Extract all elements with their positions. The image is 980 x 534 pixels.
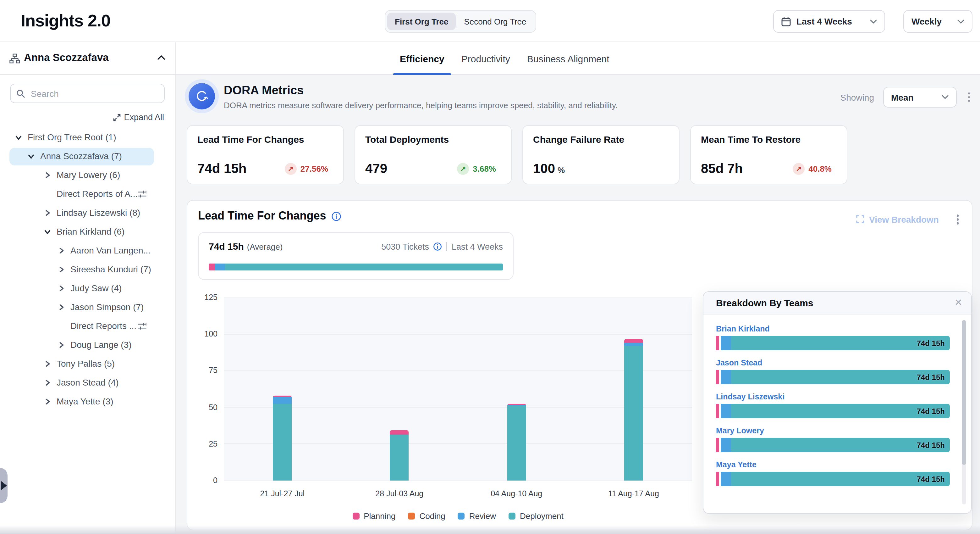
tree-item[interactable]: Jason Simpson (7) bbox=[0, 298, 175, 317]
sidebar-user-name: Anna Scozzafava bbox=[24, 52, 109, 64]
x-tick-label: 04 Aug-10 Aug bbox=[491, 489, 542, 498]
view-breakdown-button[interactable]: View Breakdown bbox=[856, 215, 939, 225]
legend-swatch bbox=[458, 513, 465, 520]
showing-label: Showing bbox=[840, 92, 874, 102]
tree-item[interactable]: Doug Lange (3) bbox=[0, 336, 175, 355]
tree-item[interactable]: Jason Stead (4) bbox=[0, 374, 175, 392]
org-tree: First Org Tree Root (1)Anna Scozzafava (… bbox=[0, 128, 175, 411]
tree-item-label: Direct Reports ... bbox=[70, 321, 137, 331]
team-row: Mary Lowery74d 15h bbox=[716, 426, 950, 452]
x-tick-label: 11 Aug-17 Aug bbox=[608, 489, 659, 498]
date-range-select[interactable]: Last 4 Weeks bbox=[773, 10, 885, 33]
chevron-right-icon[interactable] bbox=[58, 341, 65, 349]
tree-item-label: Tony Pallas (5) bbox=[57, 359, 115, 368]
play-arrow-icon bbox=[1, 481, 7, 490]
bar-segment-deployment bbox=[624, 346, 643, 481]
close-icon[interactable]: ✕ bbox=[955, 297, 963, 308]
chevron-right-icon[interactable] bbox=[44, 398, 51, 405]
tree-item[interactable]: Aaron Van Langen... bbox=[0, 242, 175, 260]
y-tick-label: 25 bbox=[209, 440, 218, 448]
tree-item[interactable]: Direct Reports ... bbox=[0, 317, 175, 336]
org-chart-icon bbox=[10, 53, 20, 64]
gridline bbox=[224, 334, 692, 334]
tree-item[interactable]: Mary Lowery (6) bbox=[0, 166, 175, 185]
tree-item[interactable]: Maya Yette (3) bbox=[0, 392, 175, 411]
chevron-right-icon[interactable] bbox=[58, 266, 65, 273]
dora-title: DORA Metrics bbox=[224, 84, 664, 97]
team-name-link[interactable]: Mary Lowery bbox=[716, 426, 950, 435]
team-name-link[interactable]: Maya Yette bbox=[716, 461, 950, 469]
tree-item[interactable]: First Org Tree Root (1) bbox=[0, 128, 175, 147]
tab-efficiency[interactable]: Efficiency bbox=[399, 42, 445, 75]
y-tick-label: 50 bbox=[209, 403, 218, 412]
chevron-down-icon[interactable] bbox=[15, 134, 22, 141]
team-bar-segment-deployment: 74d 15h bbox=[731, 438, 950, 452]
y-tick-label: 0 bbox=[213, 476, 218, 485]
team-bar-segment-planning bbox=[716, 404, 719, 418]
org-tree-toggle: First Org Tree Second Org Tree bbox=[385, 10, 536, 33]
team-bar-segment-deployment: 74d 15h bbox=[731, 472, 950, 486]
toggle-second-org-tree[interactable]: Second Org Tree bbox=[457, 13, 534, 30]
trend-badge: ↗27.56% bbox=[285, 163, 328, 175]
trend-badge: ↗40.8% bbox=[793, 163, 832, 175]
team-name-link[interactable]: Brian Kirkland bbox=[716, 325, 950, 333]
chevron-up-icon[interactable] bbox=[157, 55, 165, 61]
stacked-bar bbox=[390, 430, 409, 481]
tree-item-label: Aaron Van Langen... bbox=[70, 245, 151, 255]
chevron-down-icon[interactable] bbox=[28, 153, 35, 160]
legend-label: Deployment bbox=[520, 512, 563, 521]
stacked-bar bbox=[624, 340, 643, 481]
trend-delta-value: 3.68% bbox=[473, 164, 496, 173]
team-stacked-bar: 74d 15h bbox=[716, 336, 950, 350]
chevron-right-icon[interactable] bbox=[58, 247, 65, 254]
filter-icon[interactable] bbox=[138, 191, 146, 198]
chevron-right-icon[interactable] bbox=[44, 360, 51, 367]
chevron-right-icon[interactable] bbox=[44, 172, 51, 179]
tree-item[interactable]: Tony Pallas (5) bbox=[0, 355, 175, 374]
chevron-down-icon[interactable] bbox=[44, 228, 51, 235]
y-axis-labels: 0255075100125 bbox=[187, 298, 218, 481]
chevron-down-icon bbox=[958, 19, 964, 24]
tree-item[interactable]: Sireesha Kunduri (7) bbox=[0, 260, 175, 279]
bar-segment-deployment bbox=[273, 404, 292, 481]
metric-value: 85d 7h bbox=[701, 161, 743, 176]
expand-corners-icon bbox=[856, 215, 865, 223]
trend-badge: ↗3.68% bbox=[457, 163, 496, 175]
expand-all-button[interactable]: Expand All bbox=[113, 113, 164, 122]
info-icon[interactable] bbox=[433, 242, 442, 251]
tree-item[interactable]: Judy Saw (4) bbox=[0, 279, 175, 298]
sidebar-search[interactable] bbox=[10, 84, 165, 103]
tree-item[interactable]: Brian Kirkland (6) bbox=[0, 223, 175, 242]
toggle-first-org-tree[interactable]: First Org Tree bbox=[387, 13, 456, 30]
tree-item[interactable]: Anna Scozzafava (7) bbox=[0, 147, 175, 166]
tree-item[interactable]: Direct Reports of A... bbox=[0, 185, 175, 204]
team-bar-segment-planning bbox=[716, 370, 719, 384]
section-kebab-menu-icon[interactable] bbox=[954, 212, 961, 227]
dora-cycle-icon bbox=[189, 83, 215, 110]
tab-productivity[interactable]: Productivity bbox=[461, 42, 511, 75]
info-icon[interactable] bbox=[331, 211, 341, 221]
legend-item-coding: Coding bbox=[408, 512, 445, 521]
chevron-right-icon[interactable] bbox=[58, 285, 65, 292]
aggregation-select[interactable]: Mean bbox=[883, 87, 956, 108]
sidebar-collapse-handle[interactable] bbox=[0, 468, 8, 503]
filter-icon[interactable] bbox=[138, 323, 146, 330]
team-name-link[interactable]: Jason Stead bbox=[716, 359, 950, 367]
dora-kebab-menu-icon[interactable] bbox=[965, 90, 972, 105]
tree-item-label: Brian Kirkland (6) bbox=[57, 226, 124, 236]
granularity-select[interactable]: Weekly bbox=[903, 10, 972, 33]
team-bar-segment-planning bbox=[716, 336, 719, 350]
gridline bbox=[224, 370, 692, 371]
section-actions: View Breakdown bbox=[856, 212, 961, 227]
metric-cards-row: Lead Time For Changes74d 15h↗27.56%Total… bbox=[187, 125, 847, 184]
chevron-right-icon[interactable] bbox=[58, 304, 65, 311]
search-input[interactable] bbox=[30, 88, 158, 99]
metric-card-title: Mean Time To Restore bbox=[701, 134, 837, 145]
chevron-right-icon[interactable] bbox=[44, 209, 51, 216]
team-stacked-bar: 74d 15h bbox=[716, 370, 950, 384]
scrollbar-thumb[interactable] bbox=[962, 320, 966, 465]
team-name-link[interactable]: Lindsay Liszewski bbox=[716, 392, 950, 401]
tree-item[interactable]: Lindsay Liszewski (8) bbox=[0, 204, 175, 223]
tab-business-alignment[interactable]: Business Alignment bbox=[527, 42, 610, 75]
chevron-right-icon[interactable] bbox=[44, 379, 51, 386]
